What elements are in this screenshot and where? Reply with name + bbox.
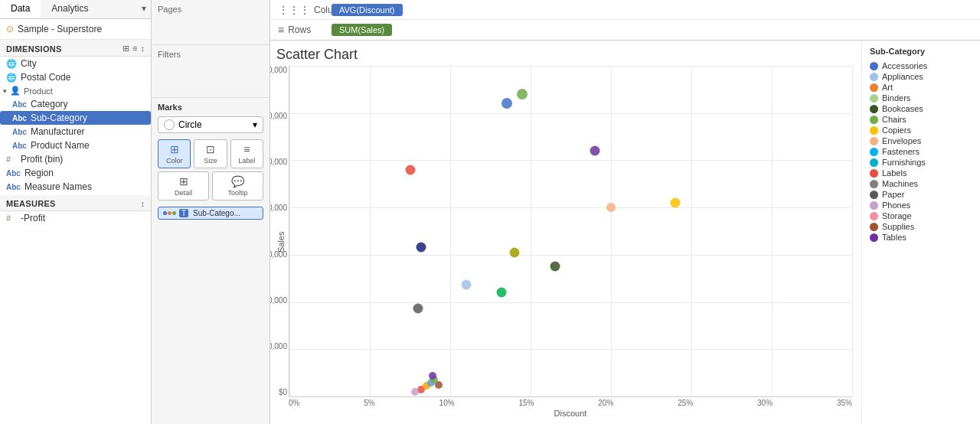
scatter-dot-2[interactable] <box>405 165 415 174</box>
sub-category-pill[interactable]: T Sub-Catego... <box>158 207 263 220</box>
scatter-dot-1[interactable] <box>517 89 528 99</box>
legend-item-accessories[interactable]: Accessories <box>870 60 972 71</box>
dimensions-header: Dimensions ⊞ ≡ ↕ <box>0 40 151 57</box>
legend-item-art[interactable]: Art <box>870 82 972 93</box>
legend-dot-furnishings <box>870 158 878 167</box>
panel-tabs: Data Analytics ▾ <box>0 0 151 19</box>
circle-mark-icon <box>164 119 175 130</box>
columns-pill[interactable]: AVG(Discount) <box>332 4 403 16</box>
data-source-row[interactable]: ⊙ Sample - Superstore <box>0 19 151 40</box>
scatter-dot-18[interactable] <box>429 372 436 380</box>
source-icon: ⊙ <box>6 24 14 34</box>
marks-dropdown-left: Circle <box>164 119 202 130</box>
legend-item-supplies[interactable]: Supplies <box>870 221 972 232</box>
marks-buttons-row2: ⊞ Detail 💬 Tooltip <box>158 171 263 201</box>
sort-icon[interactable]: ↕ <box>141 44 145 54</box>
pages-shelf: Pages <box>152 0 270 45</box>
size-btn-label: Size <box>204 157 217 165</box>
field-city[interactable]: 🌐 City <box>0 57 151 70</box>
size-icon: ⊡ <box>206 143 215 155</box>
pages-content <box>158 17 263 40</box>
scatter-dot-11[interactable] <box>413 304 423 314</box>
tab-arrow[interactable]: ▾ <box>137 0 151 18</box>
scatter-dot-3[interactable] <box>590 146 600 156</box>
left-panel: Data Analytics ▾ ⊙ Sample - Superstore D… <box>0 0 152 424</box>
x-label-35: 35% <box>837 399 852 407</box>
legend-item-paper[interactable]: Paper <box>870 189 972 200</box>
y-label-200k: $200,000 <box>270 204 287 212</box>
scatter-dot-17[interactable] <box>435 381 443 389</box>
scatter-dot-16[interactable] <box>411 388 419 396</box>
legend-item-machines[interactable]: Machines <box>870 178 972 189</box>
tab-data[interactable]: Data <box>0 0 41 18</box>
pill-dot-3 <box>172 211 176 215</box>
scatter-dot-5[interactable] <box>606 203 616 212</box>
marks-color-btn[interactable]: ⊞ Color <box>158 139 191 168</box>
dropdown-arrow: ▾ <box>253 119 257 130</box>
list-icon[interactable]: ≡ <box>132 44 137 54</box>
hash-icon-1: # <box>6 155 17 164</box>
marks-type-dropdown[interactable]: Circle ▾ <box>158 116 263 133</box>
marks-size-btn[interactable]: ⊡ Size <box>194 139 227 168</box>
tooltip-icon: 💬 <box>231 175 244 188</box>
marks-label-btn[interactable]: ≡ Label <box>230 139 263 168</box>
scatter-dot-8[interactable] <box>550 261 560 271</box>
abc-icon-2: Abc <box>12 114 27 122</box>
field-region[interactable]: Abc Region <box>0 166 151 180</box>
scatter-dot-0[interactable] <box>501 98 512 109</box>
field-profit-bin[interactable]: # Profit (bin) <box>0 152 151 166</box>
legend-dot-binders <box>870 94 878 103</box>
legend-item-appliances[interactable]: Appliances <box>870 71 972 82</box>
x-label-5: 5% <box>364 399 374 407</box>
legend-item-binders[interactable]: Binders <box>870 93 972 103</box>
legend-item-phones[interactable]: Phones <box>870 200 972 210</box>
y-labels: $350,000 $300,000 $250,000 $200,000 $150… <box>270 66 287 396</box>
chart-area: Scatter Chart Sales $350,000 $300,000 $2… <box>270 41 980 424</box>
legend-item-copiers[interactable]: Copiers <box>870 125 972 135</box>
y-label-350k: $350,000 <box>270 66 287 74</box>
rows-pill[interactable]: SUM(Sales) <box>332 24 392 36</box>
columns-icon: ⋮⋮⋮ <box>278 4 310 16</box>
marks-tooltip-btn[interactable]: 💬 Tooltip <box>212 171 263 201</box>
field-product-name[interactable]: Abc Product Name <box>0 139 151 152</box>
scatter-dot-10[interactable] <box>497 288 507 298</box>
legend-dot-chairs <box>870 116 878 124</box>
legend-item-fasteners[interactable]: Fasteners <box>870 146 972 157</box>
field-manufacturer[interactable]: Abc Manufacturer <box>0 125 151 139</box>
field-measure-names[interactable]: Abc Measure Names <box>0 180 151 194</box>
legend-dot-appliances <box>870 73 878 81</box>
legend-dot-copiers <box>870 126 878 135</box>
gridline-v8 <box>852 66 853 396</box>
field-neg-profit[interactable]: # -Profit <box>0 211 151 225</box>
pill-dot-2 <box>168 211 172 215</box>
y-label-300k: $300,000 <box>270 112 287 120</box>
x-label-25: 25% <box>678 399 693 407</box>
scatter-dot-9[interactable] <box>462 280 472 290</box>
marks-buttons-row1: ⊞ Color ⊡ Size ≡ Label <box>158 139 263 168</box>
y-label-50k: $50,000 <box>270 342 287 351</box>
legend-item-tables[interactable]: Tables <box>870 232 972 243</box>
gridline-h2 <box>289 113 852 114</box>
legend-item-envelopes[interactable]: Envelopes <box>870 135 972 146</box>
legend-item-storage[interactable]: Storage <box>870 210 972 221</box>
field-category[interactable]: Abc Category <box>0 97 151 111</box>
x-label-20: 20% <box>598 399 613 407</box>
field-postal-code[interactable]: 🌐 Postal Code <box>0 70 151 84</box>
legend-item-chairs[interactable]: Chairs <box>870 114 972 125</box>
grid-icon[interactable]: ⊞ <box>122 44 129 54</box>
legend-item-furnishings[interactable]: Furnishings <box>870 157 972 168</box>
scatter-dot-4[interactable] <box>671 197 681 207</box>
group-product[interactable]: ▾ 👤 Product <box>0 84 151 97</box>
legend-item-bookcases[interactable]: Bookcases <box>870 103 972 114</box>
legend-item-labels[interactable]: Labels <box>870 168 972 178</box>
pill-dot-1 <box>163 211 167 215</box>
tab-analytics[interactable]: Analytics <box>41 0 99 18</box>
sort-icon-2[interactable]: ↕ <box>141 199 145 208</box>
field-sub-category[interactable]: Abc Sub-Category <box>0 111 151 125</box>
chart-main: Scatter Chart Sales $350,000 $300,000 $2… <box>270 41 861 424</box>
scatter-dot-7[interactable] <box>510 248 520 258</box>
scatter-dot-6[interactable] <box>416 242 426 252</box>
marks-detail-btn[interactable]: ⊞ Detail <box>158 171 209 201</box>
gridline-h6 <box>289 302 852 303</box>
gridline-h1 <box>289 66 852 67</box>
